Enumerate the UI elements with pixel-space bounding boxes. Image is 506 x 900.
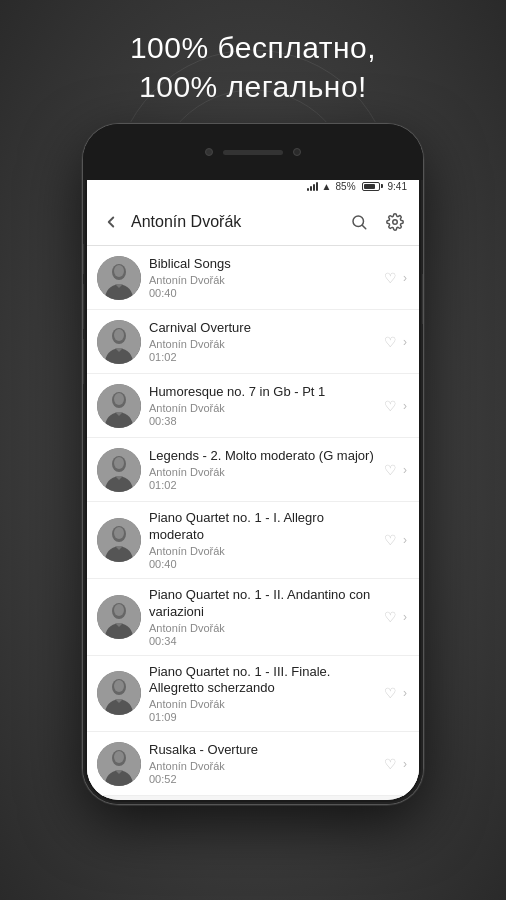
avatar bbox=[97, 320, 141, 364]
svg-point-4 bbox=[353, 216, 364, 227]
song-actions: ♡ › bbox=[384, 532, 407, 548]
song-duration: 00:38 bbox=[149, 415, 376, 427]
list-item[interactable]: Legends - 2. Molto moderato (G major) An… bbox=[87, 438, 419, 502]
song-artist: Antonín Dvořák bbox=[149, 466, 376, 478]
earpiece-speaker bbox=[223, 150, 283, 155]
phone-screen: ▲ 85% 9:41 Antonín Dvořák bbox=[87, 174, 419, 800]
avatar bbox=[97, 384, 141, 428]
favorite-icon[interactable]: ♡ bbox=[384, 334, 397, 350]
favorite-icon[interactable]: ♡ bbox=[384, 270, 397, 286]
song-actions: ♡ › bbox=[384, 609, 407, 625]
chevron-right-icon: › bbox=[403, 335, 407, 349]
song-actions: ♡ › bbox=[384, 462, 407, 478]
song-artist: Antonín Dvořák bbox=[149, 274, 376, 286]
list-item[interactable]: Rusalka - Overture Antonín Dvořák 00:52 … bbox=[87, 732, 419, 796]
avatar bbox=[97, 742, 141, 786]
svg-point-21 bbox=[114, 527, 124, 539]
page-title: Antonín Dvořák bbox=[131, 213, 343, 231]
favorite-icon[interactable]: ♡ bbox=[384, 462, 397, 478]
signal-icon bbox=[307, 181, 318, 191]
svg-point-6 bbox=[393, 219, 398, 224]
song-title: Legends - 2. Molto moderato (G major) bbox=[149, 448, 376, 465]
song-duration: 01:09 bbox=[149, 711, 376, 723]
favorite-icon[interactable]: ♡ bbox=[384, 398, 397, 414]
back-button[interactable] bbox=[95, 206, 127, 238]
toolbar-actions bbox=[343, 206, 411, 238]
avatar bbox=[97, 518, 141, 562]
search-button[interactable] bbox=[343, 206, 375, 238]
song-duration: 00:40 bbox=[149, 558, 376, 570]
favorite-icon[interactable]: ♡ bbox=[384, 756, 397, 772]
song-duration: 00:34 bbox=[149, 635, 376, 647]
song-info: Rusalka - Overture Antonín Dvořák 00:52 bbox=[141, 742, 384, 785]
list-item[interactable]: Piano Quartet no. 1 - III. Finale. Alleg… bbox=[87, 656, 419, 733]
song-title: Biblical Songs bbox=[149, 256, 376, 273]
song-title: Carnival Overture bbox=[149, 320, 376, 337]
song-info: Piano Quartet no. 1 - I. Allegro moderat… bbox=[141, 510, 384, 570]
svg-point-24 bbox=[114, 604, 124, 616]
avatar bbox=[97, 256, 141, 300]
front-camera-left bbox=[205, 148, 213, 156]
chevron-right-icon: › bbox=[403, 757, 407, 771]
battery-percent-label: 85% bbox=[336, 181, 356, 192]
song-artist: Antonín Dvořák bbox=[149, 545, 376, 557]
chevron-right-icon: › bbox=[403, 533, 407, 547]
svg-point-27 bbox=[114, 680, 124, 692]
song-actions: ♡ › bbox=[384, 756, 407, 772]
song-artist: Antonín Dvořák bbox=[149, 622, 376, 634]
song-info: Humoresque no. 7 in Gb - Pt 1 Antonín Dv… bbox=[141, 384, 384, 427]
song-duration: 00:52 bbox=[149, 773, 376, 785]
song-list: Biblical Songs Antonín Dvořák 00:40 ♡ › bbox=[87, 246, 419, 800]
svg-point-9 bbox=[114, 265, 124, 277]
phone-top-bezel bbox=[83, 124, 423, 180]
list-item[interactable]: Piano Quartet no. 1 - II. Andantino con … bbox=[87, 579, 419, 656]
song-artist: Antonín Dvořák bbox=[149, 698, 376, 710]
status-icons: ▲ 85% 9:41 bbox=[307, 181, 407, 192]
song-duration: 01:02 bbox=[149, 351, 376, 363]
song-actions: ♡ › bbox=[384, 398, 407, 414]
song-title: Piano Quartet no. 1 - II. Andantino con … bbox=[149, 587, 376, 621]
front-camera-right bbox=[293, 148, 301, 156]
avatar bbox=[97, 595, 141, 639]
song-info: Carnival Overture Antonín Dvořák 01:02 bbox=[141, 320, 384, 363]
list-item[interactable]: Biblical Songs Antonín Dvořák 00:40 ♡ › bbox=[87, 246, 419, 310]
favorite-icon[interactable]: ♡ bbox=[384, 609, 397, 625]
song-actions: ♡ › bbox=[384, 685, 407, 701]
song-title: Piano Quartet no. 1 - III. Finale. Alleg… bbox=[149, 664, 376, 698]
svg-line-5 bbox=[362, 225, 365, 228]
wifi-icon: ▲ bbox=[322, 181, 332, 192]
song-artist: Antonín Dvořák bbox=[149, 760, 376, 772]
chevron-right-icon: › bbox=[403, 271, 407, 285]
settings-button[interactable] bbox=[379, 206, 411, 238]
svg-point-18 bbox=[114, 457, 124, 469]
song-actions: ♡ › bbox=[384, 334, 407, 350]
camera-area bbox=[205, 148, 301, 156]
song-info: Piano Quartet no. 1 - II. Andantino con … bbox=[141, 587, 384, 647]
phone-frame: ▲ 85% 9:41 Antonín Dvořák bbox=[83, 124, 423, 804]
list-item[interactable]: Carnival Overture Antonín Dvořák 01:02 ♡… bbox=[87, 310, 419, 374]
list-item[interactable]: Piano Quartet no. 1 - I. Allegro moderat… bbox=[87, 502, 419, 579]
song-info: Biblical Songs Antonín Dvořák 00:40 bbox=[141, 256, 384, 299]
song-title: Rusalka - Overture bbox=[149, 742, 376, 759]
song-duration: 00:40 bbox=[149, 287, 376, 299]
power-button bbox=[422, 274, 423, 324]
avatar bbox=[97, 671, 141, 715]
song-duration: 01:02 bbox=[149, 479, 376, 491]
song-info: Legends - 2. Molto moderato (G major) An… bbox=[141, 448, 384, 491]
svg-point-30 bbox=[114, 751, 124, 763]
song-artist: Antonín Dvořák bbox=[149, 338, 376, 350]
chevron-right-icon: › bbox=[403, 399, 407, 413]
chevron-right-icon: › bbox=[403, 463, 407, 477]
song-title: Piano Quartet no. 1 - I. Allegro moderat… bbox=[149, 510, 376, 544]
song-info: Piano Quartet no. 1 - III. Finale. Alleg… bbox=[141, 664, 384, 724]
list-item[interactable]: Humoresque no. 7 in Gb - Pt 1 Antonín Dv… bbox=[87, 374, 419, 438]
avatar bbox=[97, 448, 141, 492]
time-label: 9:41 bbox=[388, 181, 407, 192]
favorite-icon[interactable]: ♡ bbox=[384, 532, 397, 548]
chevron-right-icon: › bbox=[403, 610, 407, 624]
svg-point-15 bbox=[114, 393, 124, 405]
song-actions: ♡ › bbox=[384, 270, 407, 286]
favorite-icon[interactable]: ♡ bbox=[384, 685, 397, 701]
chevron-right-icon: › bbox=[403, 686, 407, 700]
promo-header: 100% бесплатно, 100% легально! bbox=[130, 28, 376, 106]
